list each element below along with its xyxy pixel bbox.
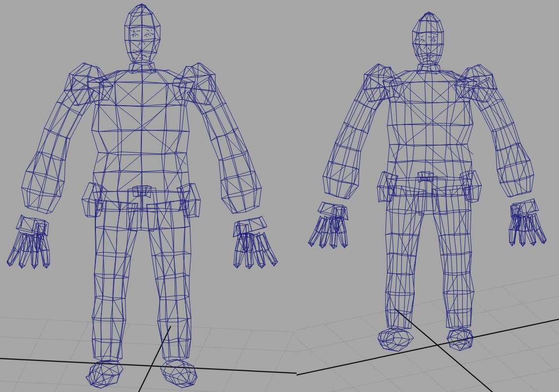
viewport-background	[0, 0, 559, 392]
model-viewer-stage	[0, 0, 559, 392]
scene-svg	[0, 0, 559, 392]
